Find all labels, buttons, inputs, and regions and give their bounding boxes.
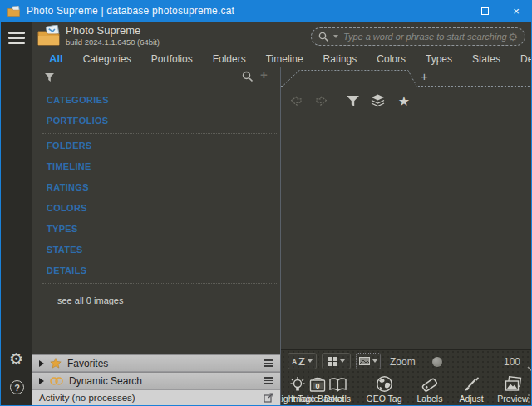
view-mode-button[interactable] bbox=[322, 353, 351, 369]
app-window: Photo Supreme | database photosupreme.ca… bbox=[0, 0, 532, 406]
help-icon[interactable]: ? bbox=[10, 380, 24, 394]
activity-statusbar: Activity (no processes) bbox=[32, 389, 280, 405]
dynamic-search-panel-header[interactable]: Dynamic Search bbox=[32, 372, 280, 389]
app-name: Photo Supreme bbox=[66, 24, 160, 37]
sort-z-label: Z bbox=[298, 355, 305, 368]
minimize-button[interactable]: – bbox=[437, 0, 469, 22]
tab-timeline[interactable]: Timeline bbox=[256, 53, 313, 65]
expand-triangle-icon[interactable] bbox=[39, 360, 44, 367]
tab-details[interactable]: Details bbox=[510, 53, 532, 65]
favorites-menu-icon[interactable] bbox=[264, 359, 273, 367]
thumbnail-style-button[interactable] bbox=[356, 353, 381, 369]
sidebar-item-portfolios[interactable]: PORTFOLIOS bbox=[32, 111, 280, 131]
maximize-icon bbox=[481, 7, 489, 15]
sidebar-item-types[interactable]: TYPES bbox=[32, 219, 280, 240]
bottom-accordion: Favorites Dynamic Search Activity (no pr… bbox=[32, 354, 280, 405]
tab-types[interactable]: Types bbox=[416, 53, 462, 65]
stack-layers-icon[interactable] bbox=[367, 91, 387, 111]
tab-states[interactable]: States bbox=[462, 53, 510, 65]
search-options-gear-icon[interactable]: ⚙ bbox=[508, 32, 518, 42]
sidebar-filter-row: + bbox=[32, 67, 280, 87]
favorites-star-icon bbox=[50, 358, 62, 369]
search-icon bbox=[318, 32, 329, 42]
sidebar-item-categories[interactable]: CATEGORIES bbox=[32, 90, 280, 111]
tab-ratings[interactable]: Ratings bbox=[313, 53, 367, 65]
new-collection-tab-icon[interactable]: + bbox=[421, 69, 428, 83]
zoom-label: Zoom bbox=[390, 356, 416, 368]
thumbnail-icon bbox=[359, 357, 370, 365]
sidebar-item-ratings[interactable]: RATINGS bbox=[32, 177, 280, 198]
favorites-label: Favorites bbox=[67, 358, 108, 369]
dynamic-search-icon bbox=[50, 376, 63, 386]
caret-down-icon bbox=[372, 359, 377, 363]
maximize-button[interactable] bbox=[469, 0, 500, 22]
favorites-panel-header[interactable]: Favorites bbox=[32, 354, 280, 372]
activity-label: Activity (no processes) bbox=[39, 393, 135, 403]
sort-zoom-bar: AZ Zoom 100 bbox=[281, 349, 531, 372]
nav-back-icon[interactable] bbox=[286, 91, 306, 111]
rating-star-icon[interactable]: ★ bbox=[394, 91, 414, 111]
search-scope-caret-icon[interactable] bbox=[333, 35, 338, 38]
sidebar-item-timeline[interactable]: TIMELINE bbox=[32, 156, 280, 177]
image-view-area bbox=[281, 114, 531, 349]
window-title: Photo Supreme | database photosupreme.ca… bbox=[27, 5, 234, 17]
sidebar-item-details[interactable]: DETAILS bbox=[32, 260, 280, 281]
hamburger-menu-icon[interactable] bbox=[8, 32, 25, 44]
sort-a-label: A bbox=[292, 358, 297, 365]
tab-portfolios[interactable]: Portfolios bbox=[141, 53, 203, 65]
collection-tabstrip: + bbox=[281, 67, 531, 87]
grid-icon bbox=[328, 357, 337, 366]
caret-down-icon bbox=[308, 359, 313, 363]
divider bbox=[42, 133, 277, 134]
sort-order-button[interactable]: AZ bbox=[288, 353, 317, 369]
titlebar: Photo Supreme | database photosupreme.ca… bbox=[0, 0, 532, 22]
filter-funnel-icon[interactable] bbox=[44, 71, 55, 86]
search-bar[interactable]: ⚙ bbox=[311, 27, 525, 46]
viewer-filter-funnel-icon[interactable] bbox=[342, 91, 362, 111]
settings-gear-icon[interactable]: ⚙ bbox=[9, 351, 23, 367]
tab-categories[interactable]: Categories bbox=[73, 53, 141, 65]
nav-forward-icon[interactable] bbox=[312, 91, 332, 111]
viewer-toolbar: ★ bbox=[281, 87, 531, 114]
bottom-tool-dock: Light Table 0 Image Basket bbox=[281, 372, 531, 405]
app-logo-icon bbox=[37, 25, 61, 50]
preview-label: Preview bbox=[484, 394, 531, 404]
sidebar-item-colors[interactable]: COLORS bbox=[32, 198, 280, 219]
preview-button[interactable]: Preview bbox=[484, 374, 531, 404]
close-button[interactable]: × bbox=[500, 0, 532, 22]
header: Photo Supreme build 2024.1.1.6450 (64bit… bbox=[32, 22, 531, 50]
main-tabbar: All Categories Portfolios Folders Timeli… bbox=[32, 50, 531, 67]
search-input[interactable] bbox=[343, 32, 508, 42]
build-version: build 2024.1.1.6450 (64bit) bbox=[66, 37, 160, 47]
sidebar-list: CATEGORIES PORTFOLIOS FOLDERS TIMELINE R… bbox=[32, 90, 280, 284]
expand-triangle-icon[interactable] bbox=[39, 378, 44, 384]
resize-grip[interactable] bbox=[528, 394, 530, 403]
tab-folders[interactable]: Folders bbox=[203, 53, 256, 65]
zoom-slider-knob[interactable] bbox=[432, 357, 442, 367]
caret-down-icon bbox=[340, 359, 345, 363]
see-all-images-link[interactable]: see all 0 images bbox=[57, 295, 124, 305]
activity-expand-icon[interactable] bbox=[264, 393, 273, 403]
app-icon bbox=[7, 6, 20, 17]
zoom-value: 100 bbox=[495, 356, 520, 368]
tab-all[interactable]: All bbox=[39, 52, 73, 65]
sidebar-search-icon[interactable] bbox=[242, 71, 254, 86]
sidebar-item-folders[interactable]: FOLDERS bbox=[32, 136, 280, 156]
preview-photos-icon bbox=[484, 374, 531, 393]
sidebar: + CATEGORIES PORTFOLIOS FOLDERS TIMELINE… bbox=[32, 67, 280, 405]
viewer-panel: + ★ AZ bbox=[280, 67, 531, 405]
sidebar-item-states[interactable]: STATES bbox=[32, 240, 280, 260]
sidebar-add-icon[interactable]: + bbox=[260, 67, 268, 82]
divider bbox=[42, 283, 277, 284]
dynamic-search-menu-icon[interactable] bbox=[264, 377, 273, 384]
dynamic-search-label: Dynamic Search bbox=[69, 375, 142, 387]
left-strip: ⚙ ? bbox=[1, 22, 32, 405]
tab-colors[interactable]: Colors bbox=[367, 53, 416, 65]
collection-tab[interactable] bbox=[281, 67, 532, 87]
viewer-bottom-zone: AZ Zoom 100 bbox=[281, 349, 531, 405]
